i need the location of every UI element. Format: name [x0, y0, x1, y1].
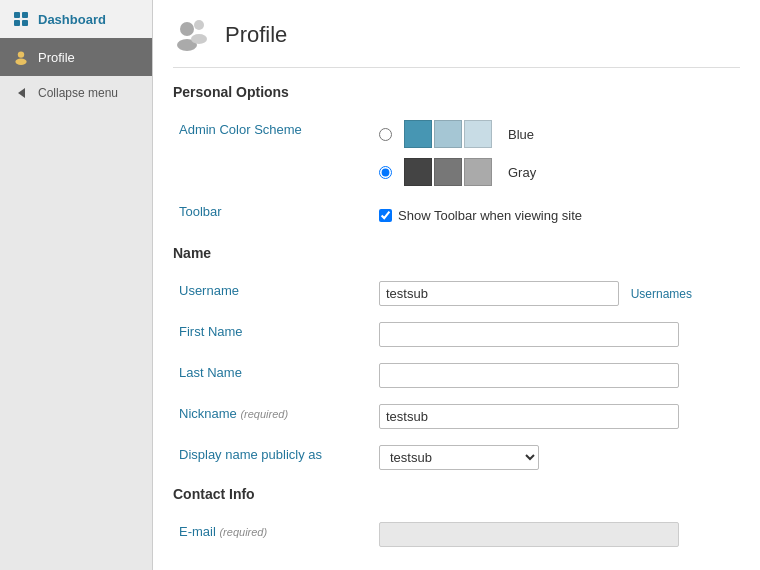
gray-swatch-1: [404, 158, 432, 186]
contact-info-section: Contact Info E-mail (required): [173, 486, 740, 555]
gray-swatch-2: [434, 158, 462, 186]
last-name-row: Last Name: [173, 355, 740, 396]
gray-swatches: [404, 158, 492, 186]
page-header: Profile: [173, 15, 740, 68]
username-label: Username: [179, 283, 239, 298]
blue-swatch-3: [464, 120, 492, 148]
name-section-title: Name: [173, 245, 740, 261]
color-scheme-label: Admin Color Scheme: [179, 122, 302, 137]
color-scheme-options: Blue Gray: [379, 120, 734, 186]
sidebar-item-profile[interactable]: Profile: [0, 38, 152, 76]
last-name-label: Last Name: [179, 365, 242, 380]
blue-swatches: [404, 120, 492, 148]
username-row: Username Usernames: [173, 273, 740, 314]
email-required: (required): [219, 526, 267, 538]
svg-rect-0: [14, 12, 20, 18]
color-option-gray[interactable]: Gray: [379, 158, 734, 186]
gray-label: Gray: [508, 165, 536, 180]
collapse-menu-label: Collapse menu: [38, 86, 118, 100]
profile-page-icon: [173, 15, 213, 55]
svg-point-8: [194, 20, 204, 30]
color-radio-gray[interactable]: [379, 166, 392, 179]
personal-options-table: Admin Color Scheme: [173, 112, 740, 237]
personal-options-title: Personal Options: [173, 84, 740, 100]
username-input[interactable]: [379, 281, 619, 306]
blue-swatch-1: [404, 120, 432, 148]
page-title: Profile: [225, 22, 287, 48]
display-name-label: Display name publicly as: [179, 447, 322, 462]
contact-info-table: E-mail (required): [173, 514, 740, 555]
main-content: Profile Personal Options Admin Color Sch…: [153, 0, 760, 570]
sidebar-collapse-menu[interactable]: Collapse menu: [0, 76, 152, 110]
first-name-label: First Name: [179, 324, 243, 339]
blue-label: Blue: [508, 127, 534, 142]
sidebar-item-label-profile: Profile: [38, 50, 75, 65]
svg-rect-2: [14, 20, 20, 26]
display-name-row: Display name publicly as testsub: [173, 437, 740, 478]
email-input[interactable]: [379, 522, 679, 547]
name-section: Name Username Usernames First Name: [173, 245, 740, 478]
sidebar-item-dashboard[interactable]: Dashboard: [0, 0, 152, 38]
username-note: Usernames: [631, 287, 692, 301]
toolbar-row: Toolbar Show Toolbar when viewing site: [173, 194, 740, 237]
profile-icon: [12, 48, 30, 66]
sidebar-item-label-dashboard: Dashboard: [38, 12, 106, 27]
nickname-input[interactable]: [379, 404, 679, 429]
svg-point-9: [191, 34, 207, 44]
color-radio-blue[interactable]: [379, 128, 392, 141]
blue-swatch-2: [434, 120, 462, 148]
personal-options-section: Personal Options Admin Color Scheme: [173, 84, 740, 237]
sidebar: Dashboard Profile Collapse menu: [0, 0, 153, 570]
dashboard-icon: [12, 10, 30, 28]
display-name-select[interactable]: testsub: [379, 445, 539, 470]
nickname-label: Nickname (required): [179, 406, 288, 421]
toolbar-checkbox[interactable]: [379, 209, 392, 222]
first-name-row: First Name: [173, 314, 740, 355]
name-table: Username Usernames First Name: [173, 273, 740, 478]
contact-info-title: Contact Info: [173, 486, 740, 502]
svg-point-5: [15, 59, 26, 65]
toolbar-checkbox-label: Show Toolbar when viewing site: [398, 208, 582, 223]
gray-swatch-3: [464, 158, 492, 186]
email-row: E-mail (required): [173, 514, 740, 555]
nickname-row: Nickname (required): [173, 396, 740, 437]
nickname-required: (required): [240, 408, 288, 420]
last-name-input[interactable]: [379, 363, 679, 388]
svg-point-6: [180, 22, 194, 36]
svg-rect-3: [22, 20, 28, 26]
email-label: E-mail (required): [179, 524, 267, 539]
collapse-arrow-icon: [12, 84, 30, 102]
svg-point-4: [18, 51, 24, 57]
color-option-blue[interactable]: Blue: [379, 120, 734, 148]
first-name-input[interactable]: [379, 322, 679, 347]
toolbar-checkbox-row: Show Toolbar when viewing site: [379, 202, 734, 229]
toolbar-label: Toolbar: [179, 204, 222, 219]
color-scheme-row: Admin Color Scheme: [173, 112, 740, 194]
svg-rect-1: [22, 12, 28, 18]
